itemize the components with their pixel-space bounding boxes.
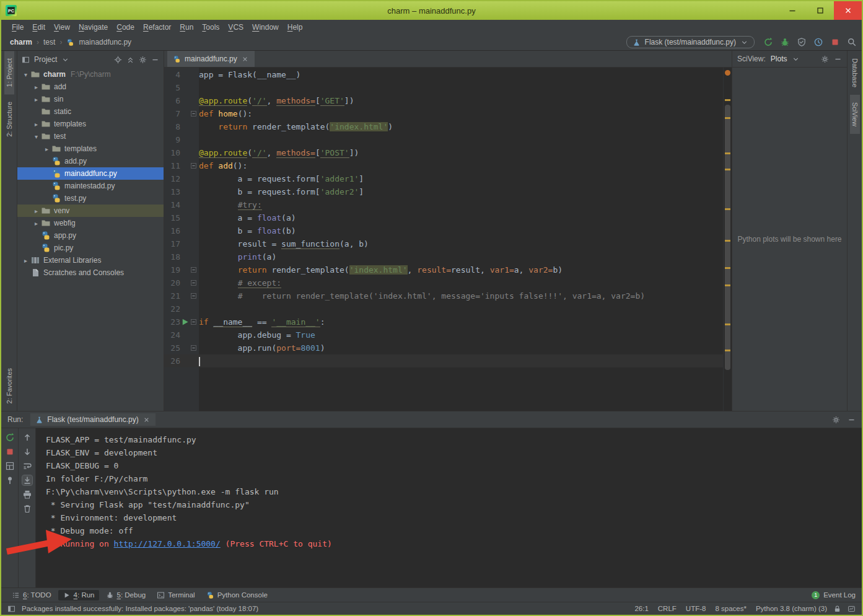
- status-item-8-spaces[interactable]: 8 spaces*: [715, 605, 747, 612]
- fold-marker-icon[interactable]: [190, 266, 198, 274]
- settings-gear-icon[interactable]: [821, 55, 829, 63]
- menu-tools[interactable]: Tools: [198, 22, 224, 33]
- tree-collapsed-arrow-icon[interactable]: ▸: [32, 96, 41, 103]
- code-line-7[interactable]: def home():: [199, 107, 723, 120]
- tree-item-charm[interactable]: ▾charmF:\Py\charm: [17, 68, 164, 81]
- hide-panel-icon[interactable]: [151, 56, 159, 64]
- code-line-14[interactable]: #try:: [199, 198, 723, 211]
- menu-view[interactable]: View: [50, 22, 74, 33]
- editor-tab-mainaddfunc[interactable]: mainaddfunc.py: [167, 51, 255, 67]
- tool-strip-button-2-structure[interactable]: 2: Structure: [4, 94, 14, 144]
- warning-stripe-mark[interactable]: [725, 240, 730, 242]
- code-line-9[interactable]: [199, 133, 723, 146]
- warning-stripe-mark[interactable]: [725, 117, 730, 119]
- tree-item-test-py[interactable]: test.py: [17, 192, 164, 205]
- code-line-20[interactable]: # except:: [199, 276, 723, 289]
- warning-stripe-mark[interactable]: [725, 350, 730, 351]
- console-url-link[interactable]: http://127.0.0.1:5000/: [114, 539, 221, 548]
- inspection-indicator[interactable]: [725, 70, 730, 76]
- run-tab-flask[interactable]: Flask (test/mainaddfunc.py): [30, 413, 155, 426]
- toolwindow-button-terminal[interactable]: Terminal: [152, 590, 199, 601]
- code-line-4[interactable]: app = Flask(__name__): [199, 68, 723, 81]
- chevron-down-icon[interactable]: [792, 55, 800, 63]
- tool-strip-button-1-project[interactable]: 1: Project: [4, 51, 14, 94]
- breadcrumb-item-test[interactable]: test: [43, 38, 55, 46]
- hide-panel-icon[interactable]: [834, 55, 842, 63]
- tree-item-scratches-and-consoles[interactable]: Scratches and Consoles: [17, 266, 164, 279]
- fold-marker-icon[interactable]: [190, 279, 198, 287]
- status-item-utf-8[interactable]: UTF-8: [686, 605, 706, 612]
- tree-collapsed-arrow-icon[interactable]: ▸: [32, 208, 41, 214]
- scroll-to-end-button[interactable]: [22, 475, 32, 485]
- toolwindow-button-5-debug[interactable]: 5: Debug: [102, 590, 151, 601]
- fold-marker-icon[interactable]: [190, 110, 198, 118]
- tree-collapsed-arrow-icon[interactable]: ▸: [21, 257, 30, 264]
- code-line-26[interactable]: [199, 354, 723, 367]
- code-line-18[interactable]: print(a): [199, 250, 723, 263]
- lock-icon[interactable]: [833, 605, 841, 613]
- tree-item-mainaddfunc-py[interactable]: mainaddfunc.py: [17, 167, 164, 180]
- collapse-all-icon[interactable]: [126, 56, 134, 64]
- breadcrumb-item-charm[interactable]: charm: [10, 38, 32, 46]
- hide-panel-icon[interactable]: [848, 416, 856, 424]
- close-tab-icon[interactable]: [241, 55, 249, 63]
- close-tab-icon[interactable]: [142, 416, 151, 424]
- tree-item-sin[interactable]: ▸sin: [17, 93, 164, 105]
- code-line-15[interactable]: a = float(a): [199, 211, 723, 224]
- print-button[interactable]: [22, 490, 32, 499]
- tool-strip-button-sciview[interactable]: SciView: [850, 95, 860, 134]
- settings-gear-icon[interactable]: [832, 416, 840, 424]
- settings-gear-icon[interactable]: [139, 56, 147, 64]
- tree-item-webfig[interactable]: ▸webfig: [17, 217, 164, 229]
- code-line-19[interactable]: return render_template('index.html', res…: [199, 263, 723, 276]
- profiler-button[interactable]: [813, 37, 823, 47]
- tree-item-templates[interactable]: ▸templates: [17, 143, 164, 155]
- warning-stripe-mark[interactable]: [725, 169, 730, 170]
- breadcrumb-item-mainaddfunc-py[interactable]: mainaddfunc.py: [79, 38, 131, 46]
- tree-item-add-py[interactable]: add.py: [17, 155, 164, 167]
- tree-collapsed-arrow-icon[interactable]: ▸: [32, 84, 41, 90]
- code-line-25[interactable]: app.run(port=8001): [199, 341, 723, 354]
- search-everywhere-button[interactable]: [847, 37, 857, 47]
- close-button[interactable]: [834, 1, 862, 20]
- tree-item-static[interactable]: static: [17, 105, 164, 118]
- tree-item-add[interactable]: ▸add: [17, 81, 164, 93]
- code-line-22[interactable]: [199, 302, 723, 315]
- tree-collapsed-arrow-icon[interactable]: ▸: [42, 146, 51, 152]
- menu-file[interactable]: File: [7, 22, 28, 33]
- warning-stripe-mark[interactable]: [725, 208, 730, 210]
- toolwindow-button-python-console[interactable]: Python Console: [202, 590, 272, 601]
- locate-file-icon[interactable]: [114, 56, 122, 64]
- stop-button[interactable]: [5, 447, 15, 457]
- project-panel-title[interactable]: Project: [34, 55, 57, 64]
- code-line-21[interactable]: # return render_template('index.html', m…: [199, 289, 723, 302]
- menu-help[interactable]: Help: [283, 22, 307, 33]
- code-line-24[interactable]: app.debug = True: [199, 328, 723, 341]
- menu-vcs[interactable]: VCS: [224, 22, 248, 33]
- toolwindow-button-4-run[interactable]: 4: Run: [58, 590, 99, 601]
- code-line-16[interactable]: b = float(b): [199, 224, 723, 237]
- run-button[interactable]: [763, 37, 773, 47]
- minimize-button[interactable]: [778, 1, 806, 20]
- rerun-button[interactable]: [5, 433, 15, 442]
- tree-expanded-arrow-icon[interactable]: ▾: [32, 133, 41, 140]
- code-line-11[interactable]: def add():: [199, 159, 723, 172]
- run-config-selector[interactable]: Flask (test/mainaddfunc.py): [626, 36, 755, 48]
- chevron-down-icon[interactable]: [61, 56, 69, 64]
- status-message[interactable]: Packages installed successfully: Install…: [22, 605, 258, 612]
- fold-marker-icon[interactable]: [190, 318, 198, 326]
- tool-strip-button-database[interactable]: Database: [850, 51, 860, 95]
- console-output[interactable]: FLASK_APP = test/mainaddfunc.pyFLASK_ENV…: [36, 428, 862, 587]
- down-stack-trace-button[interactable]: [22, 447, 32, 457]
- restore-layout-button[interactable]: [5, 461, 15, 471]
- menu-run[interactable]: Run: [175, 22, 198, 33]
- code-line-8[interactable]: return render_template('index.html'): [199, 120, 723, 133]
- sciview-tab-plots[interactable]: Plots: [771, 55, 787, 63]
- fold-marker-icon[interactable]: [190, 344, 198, 352]
- code-line-12[interactable]: a = request.form['adder1']: [199, 172, 723, 185]
- warning-stripe-mark[interactable]: [725, 323, 730, 325]
- indicator-icon[interactable]: [848, 605, 856, 613]
- menu-refactor[interactable]: Refactor: [139, 22, 175, 33]
- tool-strip-button-2-favorites[interactable]: 2: Favorites: [4, 361, 14, 411]
- menu-navigate[interactable]: Navigate: [74, 22, 112, 33]
